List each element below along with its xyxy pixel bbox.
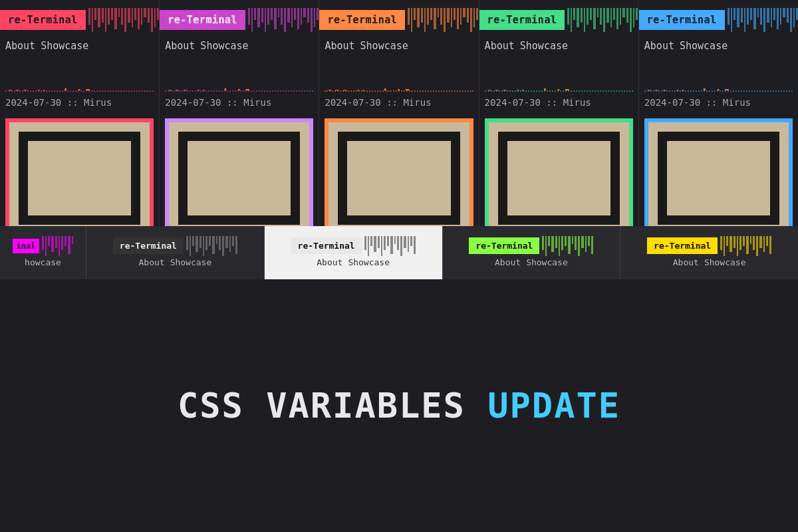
strip-nav-partial: howcase <box>19 256 66 270</box>
showcase-link-green[interactable]: Showcase <box>520 40 568 52</box>
sep-blue <box>644 90 793 92</box>
article-title-blue: CSS Variables upc <box>639 60 798 90</box>
strip-showcase-dark[interactable]: Showcase <box>170 257 212 267</box>
strip-showcase-white[interactable]: Showcase <box>348 257 390 267</box>
sep-red <box>5 90 154 92</box>
sep-pink <box>165 90 313 92</box>
nav-blue: About Showcase <box>639 40 798 60</box>
screenshot-red <box>5 118 154 226</box>
nav-orange: About Showcase <box>319 40 478 60</box>
showcase-link-blue[interactable]: Showcase <box>680 40 728 52</box>
screenshot-blue <box>644 118 793 226</box>
meta-green: 2024-07-30 :: Mirus <box>479 92 638 113</box>
theme-panel-orange: re-Terminal About Showcase CSS Variables… <box>319 0 479 226</box>
barcode-red <box>88 8 159 32</box>
screenshot-green <box>485 118 633 226</box>
nav-green: About Showcase <box>479 40 638 60</box>
header-bar-blue: re-Terminal <box>639 0 798 40</box>
strip-barcode-yellow <box>720 236 771 256</box>
big-title-section: CSS VARIABLES UPDATE <box>0 279 798 532</box>
big-title-part2: UPDATE <box>487 386 620 426</box>
barcode-green <box>567 8 638 32</box>
strip-white: re-Terminal About Showcase <box>265 226 443 279</box>
page-wrapper: re-Terminal About Showcase CSS Variables… <box>0 0 798 532</box>
bottom-section: inal howcase re-Terminal <box>0 226 798 532</box>
strip-logo-yellow: re-Terminal <box>647 237 718 254</box>
screenshot-pink <box>165 118 313 226</box>
header-bar-orange: re-Terminal <box>319 0 478 40</box>
strip-about-partial[interactable]: howcase <box>25 257 61 267</box>
barcode-blue <box>728 8 798 32</box>
theme-panel-red: re-Terminal About Showcase CSS Variables… <box>0 0 160 226</box>
about-link-green[interactable]: About <box>485 40 515 52</box>
strip-barcode-dark <box>186 236 237 256</box>
strip-nav-dark: About Showcase <box>133 256 217 270</box>
article-title-orange: CSS Variables upc <box>319 60 478 90</box>
strip-about-dark[interactable]: About <box>138 257 164 267</box>
article-title-pink: CSS Variables upc <box>160 60 319 90</box>
logo-orange[interactable]: re-Terminal <box>319 10 405 30</box>
big-title-part1: CSS VARIABLES <box>178 386 487 426</box>
meta-pink: 2024-07-30 :: Mirus <box>160 92 319 113</box>
strip-ltgreen: re-Terminal About Showcase <box>443 226 621 279</box>
strip-barcode-ltgreen <box>542 236 593 256</box>
strip-logo-white: re-Terminal <box>291 237 362 254</box>
theme-panel-blue: re-Terminal About Showcase CSS Variables… <box>639 0 798 226</box>
logo-red[interactable]: re-Terminal <box>0 10 86 30</box>
header-bar-green: re-Terminal <box>479 0 638 40</box>
strip-logo-partial: inal <box>13 239 40 253</box>
showcase-link-red[interactable]: Showcase <box>41 40 88 52</box>
barcode-pink <box>248 8 319 32</box>
strip-logo-ltgreen: re-Terminal <box>469 237 539 254</box>
meta-blue: 2024-07-30 :: Mirus <box>639 92 798 113</box>
article-title-red: CSS Variables upc <box>0 60 159 90</box>
logo-pink[interactable]: re-Terminal <box>160 10 245 30</box>
strip-dark: re-Terminal About Showcase <box>86 226 265 279</box>
showcase-link-pink[interactable]: Showcase <box>200 40 248 52</box>
top-section: re-Terminal About Showcase CSS Variables… <box>0 0 798 226</box>
sep-green <box>485 90 633 92</box>
nav-red: About Showcase <box>0 40 159 60</box>
theme-panel-pink: re-Terminal About Showcase CSS Variables… <box>160 0 319 226</box>
strip-yellow: re-Terminal About Showcase <box>620 226 798 279</box>
strip-nav-yellow: About Showcase <box>668 256 751 270</box>
strip-barcode-white <box>364 236 416 256</box>
logo-green[interactable]: re-Terminal <box>479 10 565 30</box>
strip-about-yellow[interactable]: About <box>673 257 699 267</box>
about-link-blue[interactable]: About <box>644 40 674 52</box>
about-link-red[interactable]: About <box>5 40 35 52</box>
theme-panel-green: re-Terminal About Showcase CSS Variables… <box>479 0 639 226</box>
sep-orange <box>325 90 473 92</box>
about-link-pink[interactable]: About <box>165 40 195 52</box>
header-bar-pink: re-Terminal <box>160 0 319 40</box>
strip-showcase-ltgreen[interactable]: Showcase <box>526 257 568 267</box>
about-link-orange[interactable]: About <box>325 40 354 52</box>
big-title: CSS VARIABLES UPDATE <box>178 386 620 426</box>
barcode-orange <box>408 8 478 32</box>
nav-pink: About Showcase <box>160 40 319 60</box>
showcase-link-orange[interactable]: Showcase <box>360 40 408 52</box>
meta-orange: 2024-07-30 :: Mirus <box>319 92 478 113</box>
screenshot-orange <box>325 118 473 226</box>
theme-strip: inal howcase re-Terminal <box>0 226 798 279</box>
strip-showcase-yellow[interactable]: Showcase <box>704 257 746 267</box>
strip-nav-ltgreen: About Showcase <box>489 256 573 270</box>
strip-nav-white: About Showcase <box>311 256 395 270</box>
strip-barcode-partial <box>42 236 73 256</box>
strip-about-ltgreen[interactable]: About <box>495 257 521 267</box>
strip-partial: inal howcase <box>0 226 86 279</box>
strip-about-white[interactable]: About <box>317 257 342 267</box>
strip-logo-dark: re-Terminal <box>113 237 184 254</box>
meta-red: 2024-07-30 :: Mirus <box>0 92 159 113</box>
header-bar-red: re-Terminal <box>0 0 159 40</box>
article-title-green: CSS Variables upc <box>479 60 638 90</box>
logo-blue[interactable]: re-Terminal <box>639 10 725 30</box>
